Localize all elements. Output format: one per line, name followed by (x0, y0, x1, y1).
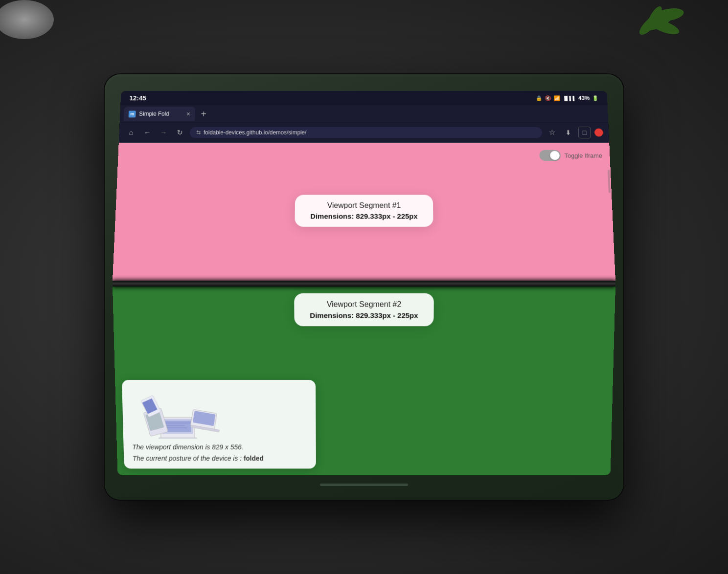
reload-button[interactable]: ↻ (173, 126, 186, 138)
segment2-title: Viewport Segment #2 (310, 300, 418, 309)
toggle-label: Toggle Iframe (565, 152, 603, 159)
tab-favicon: m (129, 110, 136, 117)
viewport-segment-1: Viewport Segment #1 Dimensions: 829.333p… (113, 143, 615, 281)
svg-rect-7 (159, 437, 197, 438)
toggle-thumb (550, 151, 560, 160)
record-button[interactable] (594, 128, 603, 136)
tab-title: Simple Fold (139, 110, 183, 117)
lock-icon: 🔒 (536, 95, 543, 101)
svg-rect-8 (164, 420, 191, 431)
tab-bar: m Simple Fold × + (120, 105, 609, 122)
posture-prefix: The current posture of the device is : (133, 454, 242, 462)
extensions-button[interactable]: □ (578, 126, 591, 138)
back-button[interactable]: ← (141, 126, 154, 138)
download-button[interactable]: ⬇ (562, 126, 574, 138)
status-bar: 12:45 🔒 🔇 📶 ▐▌▌▌ 43% 🔋 (120, 91, 608, 105)
posture-value: folded (244, 454, 264, 462)
new-tab-button[interactable]: + (197, 108, 210, 120)
status-icons: 🔒 🔇 📶 ▐▌▌▌ 43% 🔋 (535, 95, 598, 101)
browser-chrome: 12:45 🔒 🔇 📶 ▐▌▌▌ 43% 🔋 m Simple Fold (113, 91, 615, 281)
battery-icon: 🔋 (592, 95, 599, 101)
screen-top-half: 12:45 🔒 🔇 📶 ▐▌▌▌ 43% 🔋 m Simple Fold (113, 91, 615, 281)
battery-text: 43% (578, 95, 590, 101)
silent-icon: 🔇 (545, 95, 551, 101)
tab-close-icon[interactable]: × (186, 110, 190, 118)
segment2-card: Viewport Segment #2 Dimensions: 829.333p… (294, 293, 434, 326)
viewport-dimension-text: The viewport dimension is 829 x 556. (132, 443, 307, 450)
home-indicator (320, 484, 408, 486)
device-illustration (131, 386, 228, 438)
posture-text: The current posture of the device is : f… (133, 454, 308, 462)
forward-button[interactable]: → (157, 126, 170, 138)
device-shell: 12:45 🔒 🔇 📶 ▐▌▌▌ 43% 🔋 m Simple Fold (105, 74, 623, 500)
signal-icon: ▐▌▌▌ (563, 96, 576, 101)
url-text: foldable-devices.github.io/demos/simple/ (204, 129, 307, 135)
scrollbar[interactable] (608, 170, 611, 193)
bookmark-button[interactable]: ☆ (546, 126, 558, 138)
address-bar: ⌂ ← → ↻ ⇆ foldable-devices.github.io/dem… (119, 123, 609, 143)
screen-wrapper: 12:45 🔒 🔇 📶 ▐▌▌▌ 43% 🔋 m Simple Fold (113, 81, 615, 480)
segment1-dimensions: Dimensions: 829.333px - 225px (310, 212, 417, 220)
url-bar[interactable]: ⇆ foldable-devices.github.io/demos/simpl… (189, 127, 542, 137)
info-card: The viewport dimension is 829 x 556. The… (122, 379, 316, 468)
gray-object (0, 0, 64, 44)
segment2-dimensions: Dimensions: 829.333px - 225px (310, 311, 418, 319)
viewport-segment-2: Viewport Segment #2 Dimensions: 829.333p… (113, 287, 615, 475)
toggle-switch[interactable] (540, 150, 561, 161)
segment1-title: Viewport Segment #1 (311, 201, 418, 210)
segment1-card: Viewport Segment #1 Dimensions: 829.333p… (295, 195, 433, 226)
hinge-line (113, 281, 615, 287)
toggle-container: Toggle Iframe (540, 150, 603, 161)
tab-active[interactable]: m Simple Fold × (124, 107, 196, 121)
home-button[interactable]: ⌂ (125, 126, 137, 138)
url-scheme-icon: ⇆ (196, 130, 201, 135)
clock: 12:45 (129, 94, 146, 102)
wifi-icon: 📶 (553, 95, 560, 101)
plant-decoration (620, 0, 689, 49)
screen-bottom-half: Viewport Segment #2 Dimensions: 829.333p… (113, 287, 615, 475)
